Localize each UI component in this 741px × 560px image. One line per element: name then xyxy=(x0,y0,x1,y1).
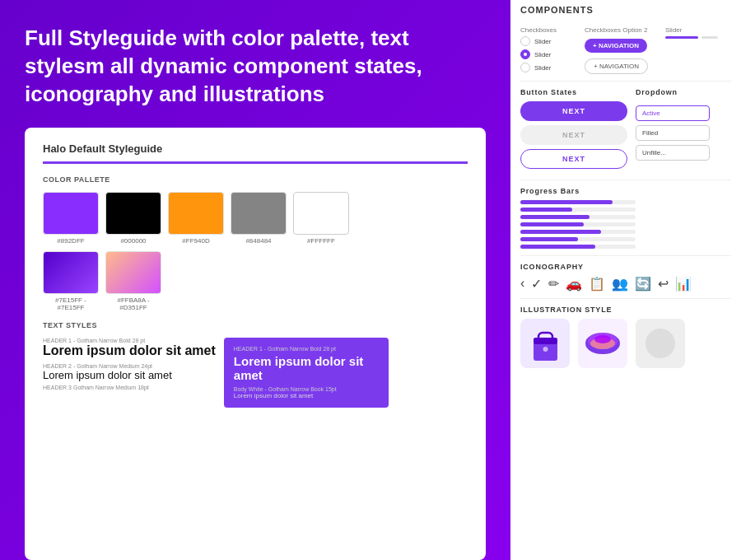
right-panel: COMPONENTS Checkboxes Slider Slider Slid… xyxy=(510,0,741,560)
progress-row-3 xyxy=(520,215,731,219)
checkbox-row-2[interactable]: Slider xyxy=(520,49,578,59)
text-dark-box: HEADER 1 - Gotham Narrow Bold 28 pt Lore… xyxy=(224,338,389,408)
dropdown-item-unfilled[interactable]: Unfille... xyxy=(636,145,710,161)
progress-row-7 xyxy=(520,245,731,249)
checkbox-1[interactable] xyxy=(520,36,530,46)
swatch-white xyxy=(293,192,349,235)
progress-bg-7 xyxy=(520,245,636,249)
color-swatch-purple: #892DFF xyxy=(43,192,99,245)
swatch-gray xyxy=(231,192,287,235)
progress-section: Progress Bars xyxy=(520,187,731,249)
progress-row-4 xyxy=(520,222,731,226)
swatch-purple xyxy=(43,192,99,235)
checkbox-label-1: Slider xyxy=(534,38,551,45)
refresh-icon[interactable]: 🔄 xyxy=(635,276,651,292)
chevron-left-icon[interactable]: ‹ xyxy=(520,276,524,292)
swatch-label-white: #FFFFFF xyxy=(307,237,335,245)
card-title: Halo Default Styleguide xyxy=(43,142,468,164)
progress-fill-6 xyxy=(520,237,578,241)
styleguide-card: Halo Default Styleguide COLOR PALLETE #8… xyxy=(25,128,486,560)
header2-row: HEADER 2 - Gotham Narrow Medium 24pt Lor… xyxy=(43,363,216,381)
header1-sublabel: HEADER 1 - Gotham Narrow Bold 28 pt xyxy=(43,338,216,343)
button-states-label: Button States xyxy=(520,88,627,96)
checkbox-row-1[interactable]: Slider xyxy=(520,36,578,46)
dropdown-label: Dropdown xyxy=(636,88,710,96)
text-styles-label: TEXT STYLES xyxy=(43,321,468,329)
nav-btn-outline[interactable]: + NAVIGATION xyxy=(585,58,648,74)
gradient-swatch-1: #7E15FF -#7E15FF xyxy=(43,251,99,311)
dark-header1-text: Lorem ipsum dolor sit amet xyxy=(234,354,379,382)
check-icon[interactable]: ✓ xyxy=(531,276,542,292)
header1-row: HEADER 1 - Gotham Narrow Bold 28 pt Lore… xyxy=(43,338,216,358)
progress-row-1 xyxy=(520,200,731,204)
illustration-bag xyxy=(520,319,570,368)
clipboard-icon[interactable]: 📋 xyxy=(589,276,605,292)
header3-row: HEADER 3 Gotham Narrow Medium 18pt xyxy=(43,385,216,390)
gradient-label-2: #FFBA8A -#D351FF xyxy=(117,296,149,311)
dark-body-sublabel: Body White - Gotham Narrow Book 15pt xyxy=(234,386,379,392)
checkbox-label-3: Slider xyxy=(534,64,551,72)
dropdown-item-active[interactable]: Active xyxy=(636,105,710,121)
bag-svg xyxy=(527,323,564,364)
color-swatch-white: #FFFFFF xyxy=(293,192,349,245)
header2-sublabel: HEADER 2 - Gotham Narrow Medium 24pt xyxy=(43,363,216,369)
progress-label: Progress Bars xyxy=(520,187,731,195)
illustration-row xyxy=(520,319,731,368)
slider-fill xyxy=(665,36,698,39)
icon-section: ICONOGRAPHY ‹ ✓ ✏ 🚗 📋 👥 🔄 ↩ 📊 xyxy=(520,263,731,292)
progress-row-5 xyxy=(520,230,731,234)
button-states-col: Button States NEXT NEXT NEXT xyxy=(520,88,627,173)
color-palette-row: #892DFF #000000 #FF940D #848484 #FFFFFF xyxy=(43,192,468,245)
progress-fill-2 xyxy=(520,208,572,212)
progress-fill-7 xyxy=(520,245,595,249)
ring-svg xyxy=(582,323,623,364)
progress-fill-5 xyxy=(520,230,601,234)
progress-row-2 xyxy=(520,208,731,212)
svg-point-7 xyxy=(594,335,611,343)
swatch-label-orange: #FF940D xyxy=(182,237,209,245)
gradient-1 xyxy=(43,251,99,294)
gradient-swatch-2: #FFBA8A -#D351FF xyxy=(105,251,161,311)
third-svg xyxy=(640,323,681,364)
btn-dropdown-section: Button States NEXT NEXT NEXT Dropdown Ac… xyxy=(520,88,731,173)
progress-row-6 xyxy=(520,237,731,241)
car-icon[interactable]: 🚗 xyxy=(566,276,582,292)
progress-bg-1 xyxy=(520,200,636,204)
slider-line[interactable] xyxy=(665,36,718,39)
gradient-label-1: #7E15FF -#7E15FF xyxy=(55,296,86,311)
users-icon[interactable]: 👥 xyxy=(612,276,628,292)
slider-label: Slider xyxy=(665,26,718,34)
slider-col: Slider xyxy=(665,26,718,74)
nav-btn-filled[interactable]: + NAVIGATION xyxy=(585,39,647,53)
swatch-label-gray: #848484 xyxy=(245,237,271,245)
checkbox-3[interactable] xyxy=(520,63,530,72)
header3-sublabel: HEADER 3 Gotham Narrow Medium 18pt xyxy=(43,385,216,390)
divider-1 xyxy=(520,81,731,82)
checkbox-row-3[interactable]: Slider xyxy=(520,63,578,72)
btn-outline[interactable]: NEXT xyxy=(520,149,627,169)
swatch-label-black: #000000 xyxy=(120,237,146,245)
progress-bg-3 xyxy=(520,215,636,219)
header2-text: Lorem ipsum dolor sit amet xyxy=(43,369,216,381)
color-swatch-gray: #848484 xyxy=(231,192,287,245)
progress-fill-3 xyxy=(520,215,590,219)
edit-icon[interactable]: ✏ xyxy=(548,276,559,292)
dropdown-item-filled[interactable]: Filled xyxy=(636,125,710,141)
left-panel: Full Styleguide with color palette, text… xyxy=(0,0,510,560)
checkbox-2[interactable] xyxy=(520,49,530,59)
progress-fill-1 xyxy=(520,200,613,204)
btn-primary[interactable]: NEXT xyxy=(520,101,627,121)
chart-icon[interactable]: 📊 xyxy=(675,276,692,292)
progress-bg-2 xyxy=(520,208,636,212)
color-swatch-orange: #FF940D xyxy=(168,192,224,245)
illustration-ring xyxy=(578,319,627,368)
illustration-third xyxy=(636,319,685,368)
iconography-label: ICONOGRAPHY xyxy=(520,263,731,271)
progress-bg-6 xyxy=(520,237,636,241)
svg-rect-2 xyxy=(534,338,557,344)
text-styles-light: HEADER 1 - Gotham Narrow Bold 28 pt Lore… xyxy=(43,338,216,408)
undo-icon[interactable]: ↩ xyxy=(658,276,669,292)
progress-bg-4 xyxy=(520,222,636,226)
svg-point-8 xyxy=(645,329,675,358)
dark-body-text: Lorem ipsum dolor sit amet xyxy=(234,392,379,399)
